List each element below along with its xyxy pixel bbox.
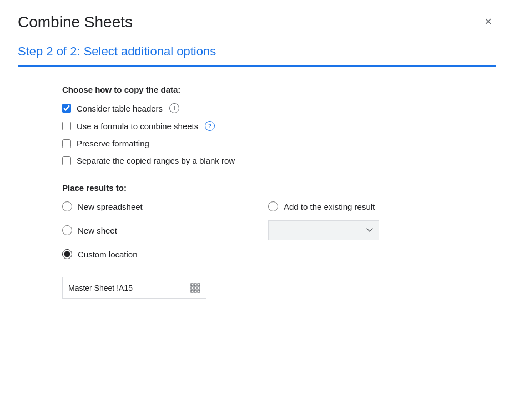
separate-rows-checkbox[interactable] xyxy=(62,156,71,165)
svg-rect-4 xyxy=(194,287,196,289)
svg-rect-1 xyxy=(194,284,196,286)
new-spreadsheet-label: New spreadsheet xyxy=(78,202,143,211)
sheet-dropdown[interactable] xyxy=(268,220,379,240)
preserve-formatting-label: Preserve formatting xyxy=(77,139,149,148)
svg-rect-8 xyxy=(198,290,200,292)
radio-row-new-sheet: New sheet xyxy=(62,220,246,240)
svg-rect-0 xyxy=(191,284,193,286)
radio-row-add-existing: Add to the existing result xyxy=(268,201,452,211)
checkbox-row-formatting: Preserve formatting xyxy=(62,139,452,148)
svg-rect-5 xyxy=(198,287,200,289)
progress-bar xyxy=(18,65,496,67)
use-formula-checkbox[interactable] xyxy=(62,122,71,130)
radio-row-new-spreadsheet: New spreadsheet xyxy=(62,201,246,211)
add-existing-label: Add to the existing result xyxy=(284,202,375,211)
new-sheet-radio[interactable] xyxy=(62,225,72,235)
close-button[interactable]: × xyxy=(480,13,496,30)
new-spreadsheet-radio[interactable] xyxy=(62,201,72,211)
step-label: Step 2 of 2: Select additional options xyxy=(18,44,496,59)
place-results-section: Place results to: New spreadsheet Add to… xyxy=(62,183,452,299)
place-section-title: Place results to: xyxy=(62,183,452,193)
dialog-title: Combine Sheets xyxy=(18,13,133,31)
consider-headers-label: Consider table headers xyxy=(77,104,163,113)
radio-row-custom-location: Custom location xyxy=(62,249,246,259)
location-input[interactable] xyxy=(68,284,186,292)
custom-location-label: Custom location xyxy=(78,250,138,259)
svg-rect-7 xyxy=(194,290,196,292)
svg-rect-6 xyxy=(191,290,193,292)
consider-headers-checkbox[interactable] xyxy=(62,104,71,113)
step-text: Select additional options xyxy=(84,44,216,58)
location-input-row xyxy=(62,277,452,299)
add-existing-radio[interactable] xyxy=(268,201,278,211)
checkbox-row-formula: Use a formula to combine sheets ? xyxy=(62,121,452,131)
dialog-header: Combine Sheets × xyxy=(18,13,496,31)
preserve-formatting-checkbox[interactable] xyxy=(62,139,71,148)
step-prefix: Step 2 of 2: xyxy=(18,44,84,58)
empty-col xyxy=(268,249,452,259)
svg-rect-3 xyxy=(191,287,193,289)
grid-icon[interactable] xyxy=(190,283,200,293)
custom-location-radio[interactable] xyxy=(62,249,72,259)
help-icon-formula[interactable]: ? xyxy=(205,121,215,131)
dropdown-container xyxy=(268,220,452,240)
progress-segment-2 xyxy=(257,65,496,67)
svg-rect-2 xyxy=(198,284,200,286)
checkbox-group: Consider table headers i Use a formula t… xyxy=(62,103,452,165)
info-icon-headers[interactable]: i xyxy=(169,103,179,113)
use-formula-label: Use a formula to combine sheets xyxy=(77,122,198,131)
location-input-container xyxy=(62,277,206,299)
copy-section-title: Choose how to copy the data: xyxy=(62,85,452,94)
separate-rows-label: Separate the copied ranges by a blank ro… xyxy=(77,156,235,165)
new-sheet-label: New sheet xyxy=(78,226,117,235)
progress-segment-1 xyxy=(18,65,257,67)
checkbox-row-consider-headers: Consider table headers i xyxy=(62,103,452,113)
dialog-content: Choose how to copy the data: Consider ta… xyxy=(18,85,496,299)
combine-sheets-dialog: Combine Sheets × Step 2 of 2: Select add… xyxy=(0,0,514,420)
checkbox-row-separate-rows: Separate the copied ranges by a blank ro… xyxy=(62,156,452,165)
radio-grid: New spreadsheet Add to the existing resu… xyxy=(62,201,452,299)
